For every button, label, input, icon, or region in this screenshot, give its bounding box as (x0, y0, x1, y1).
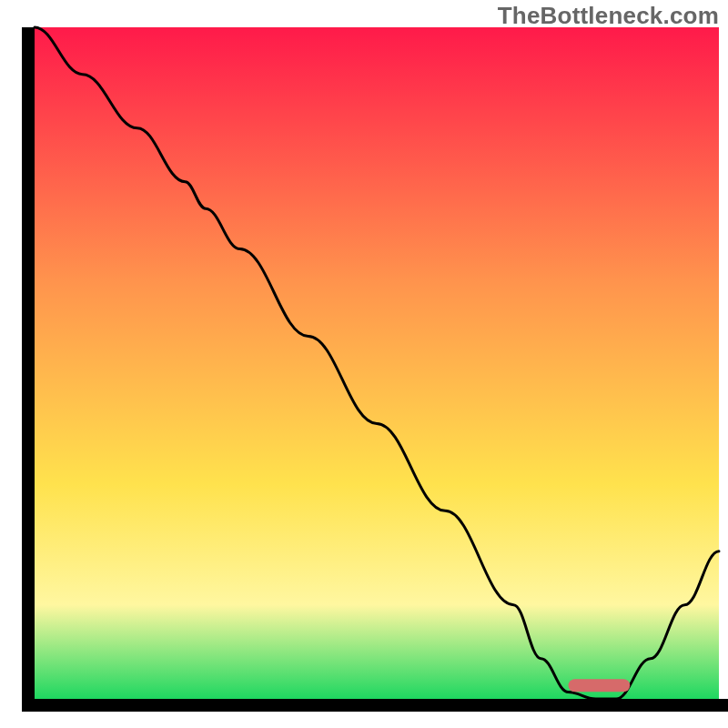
x-axis (22, 699, 728, 712)
plot-svg (0, 0, 728, 728)
chart-canvas: TheBottleneck.com (0, 0, 728, 728)
optimal-marker (569, 679, 631, 692)
y-axis (22, 27, 35, 710)
